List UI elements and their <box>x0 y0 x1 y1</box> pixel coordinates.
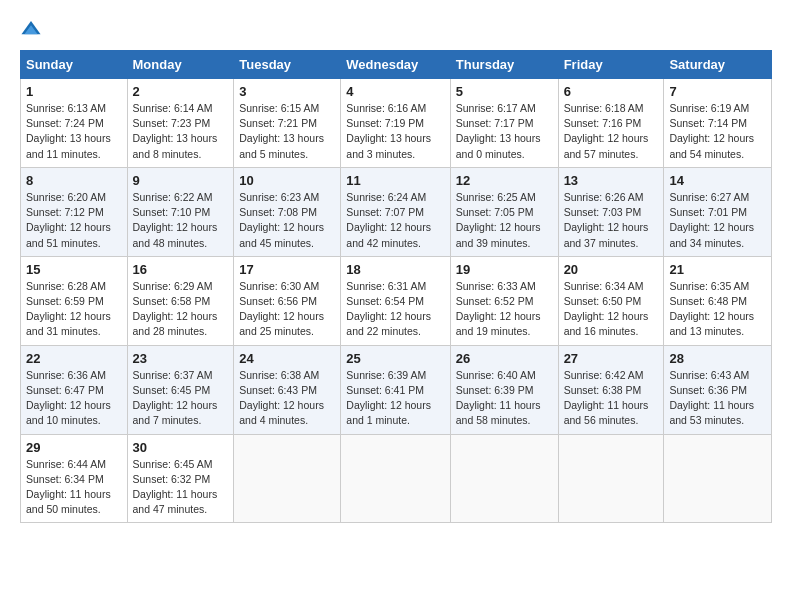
calendar-week-4: 22 Sunrise: 6:36 AMSunset: 6:47 PMDaylig… <box>21 345 772 434</box>
day-detail: Sunrise: 6:23 AMSunset: 7:08 PMDaylight:… <box>239 191 324 249</box>
day-detail: Sunrise: 6:42 AMSunset: 6:38 PMDaylight:… <box>564 369 649 427</box>
calendar-cell: 20 Sunrise: 6:34 AMSunset: 6:50 PMDaylig… <box>558 256 664 345</box>
day-number: 19 <box>456 262 553 277</box>
logo-icon <box>20 18 42 40</box>
dow-header-saturday: Saturday <box>664 51 772 79</box>
day-number: 20 <box>564 262 659 277</box>
calendar-cell: 16 Sunrise: 6:29 AMSunset: 6:58 PMDaylig… <box>127 256 234 345</box>
calendar-cell: 6 Sunrise: 6:18 AMSunset: 7:16 PMDayligh… <box>558 79 664 168</box>
day-detail: Sunrise: 6:36 AMSunset: 6:47 PMDaylight:… <box>26 369 111 427</box>
calendar-table: SundayMondayTuesdayWednesdayThursdayFrid… <box>20 50 772 523</box>
day-number: 22 <box>26 351 122 366</box>
day-detail: Sunrise: 6:22 AMSunset: 7:10 PMDaylight:… <box>133 191 218 249</box>
day-detail: Sunrise: 6:14 AMSunset: 7:23 PMDaylight:… <box>133 102 218 160</box>
calendar-cell: 17 Sunrise: 6:30 AMSunset: 6:56 PMDaylig… <box>234 256 341 345</box>
calendar-week-5: 29 Sunrise: 6:44 AMSunset: 6:34 PMDaylig… <box>21 434 772 523</box>
day-number: 8 <box>26 173 122 188</box>
calendar-cell: 12 Sunrise: 6:25 AMSunset: 7:05 PMDaylig… <box>450 167 558 256</box>
day-detail: Sunrise: 6:13 AMSunset: 7:24 PMDaylight:… <box>26 102 111 160</box>
day-detail: Sunrise: 6:37 AMSunset: 6:45 PMDaylight:… <box>133 369 218 427</box>
day-detail: Sunrise: 6:30 AMSunset: 6:56 PMDaylight:… <box>239 280 324 338</box>
day-number: 2 <box>133 84 229 99</box>
calendar-cell: 22 Sunrise: 6:36 AMSunset: 6:47 PMDaylig… <box>21 345 128 434</box>
day-detail: Sunrise: 6:35 AMSunset: 6:48 PMDaylight:… <box>669 280 754 338</box>
dow-header-thursday: Thursday <box>450 51 558 79</box>
day-number: 24 <box>239 351 335 366</box>
calendar-cell: 26 Sunrise: 6:40 AMSunset: 6:39 PMDaylig… <box>450 345 558 434</box>
day-number: 13 <box>564 173 659 188</box>
dow-header-friday: Friday <box>558 51 664 79</box>
day-number: 15 <box>26 262 122 277</box>
calendar-cell: 9 Sunrise: 6:22 AMSunset: 7:10 PMDayligh… <box>127 167 234 256</box>
calendar-cell: 2 Sunrise: 6:14 AMSunset: 7:23 PMDayligh… <box>127 79 234 168</box>
dow-header-tuesday: Tuesday <box>234 51 341 79</box>
day-number: 29 <box>26 440 122 455</box>
day-number: 27 <box>564 351 659 366</box>
day-detail: Sunrise: 6:45 AMSunset: 6:32 PMDaylight:… <box>133 458 218 516</box>
day-detail: Sunrise: 6:44 AMSunset: 6:34 PMDaylight:… <box>26 458 111 516</box>
day-detail: Sunrise: 6:38 AMSunset: 6:43 PMDaylight:… <box>239 369 324 427</box>
calendar-cell <box>664 434 772 523</box>
calendar-cell <box>234 434 341 523</box>
day-number: 1 <box>26 84 122 99</box>
day-detail: Sunrise: 6:27 AMSunset: 7:01 PMDaylight:… <box>669 191 754 249</box>
calendar-cell: 27 Sunrise: 6:42 AMSunset: 6:38 PMDaylig… <box>558 345 664 434</box>
day-detail: Sunrise: 6:20 AMSunset: 7:12 PMDaylight:… <box>26 191 111 249</box>
calendar-cell: 5 Sunrise: 6:17 AMSunset: 7:17 PMDayligh… <box>450 79 558 168</box>
day-number: 6 <box>564 84 659 99</box>
dow-header-wednesday: Wednesday <box>341 51 450 79</box>
day-detail: Sunrise: 6:43 AMSunset: 6:36 PMDaylight:… <box>669 369 754 427</box>
dow-header-monday: Monday <box>127 51 234 79</box>
day-detail: Sunrise: 6:17 AMSunset: 7:17 PMDaylight:… <box>456 102 541 160</box>
day-detail: Sunrise: 6:18 AMSunset: 7:16 PMDaylight:… <box>564 102 649 160</box>
day-number: 3 <box>239 84 335 99</box>
day-number: 4 <box>346 84 444 99</box>
day-detail: Sunrise: 6:34 AMSunset: 6:50 PMDaylight:… <box>564 280 649 338</box>
day-detail: Sunrise: 6:19 AMSunset: 7:14 PMDaylight:… <box>669 102 754 160</box>
day-detail: Sunrise: 6:29 AMSunset: 6:58 PMDaylight:… <box>133 280 218 338</box>
day-number: 26 <box>456 351 553 366</box>
day-number: 23 <box>133 351 229 366</box>
day-number: 5 <box>456 84 553 99</box>
calendar-cell: 13 Sunrise: 6:26 AMSunset: 7:03 PMDaylig… <box>558 167 664 256</box>
day-number: 7 <box>669 84 766 99</box>
calendar-cell <box>558 434 664 523</box>
calendar-cell: 11 Sunrise: 6:24 AMSunset: 7:07 PMDaylig… <box>341 167 450 256</box>
day-number: 11 <box>346 173 444 188</box>
calendar-cell: 23 Sunrise: 6:37 AMSunset: 6:45 PMDaylig… <box>127 345 234 434</box>
calendar-week-3: 15 Sunrise: 6:28 AMSunset: 6:59 PMDaylig… <box>21 256 772 345</box>
day-detail: Sunrise: 6:26 AMSunset: 7:03 PMDaylight:… <box>564 191 649 249</box>
header <box>20 18 772 40</box>
day-number: 25 <box>346 351 444 366</box>
calendar-cell <box>450 434 558 523</box>
logo <box>20 18 46 40</box>
day-number: 30 <box>133 440 229 455</box>
day-detail: Sunrise: 6:40 AMSunset: 6:39 PMDaylight:… <box>456 369 541 427</box>
day-number: 18 <box>346 262 444 277</box>
calendar-week-2: 8 Sunrise: 6:20 AMSunset: 7:12 PMDayligh… <box>21 167 772 256</box>
day-detail: Sunrise: 6:15 AMSunset: 7:21 PMDaylight:… <box>239 102 324 160</box>
calendar-cell: 24 Sunrise: 6:38 AMSunset: 6:43 PMDaylig… <box>234 345 341 434</box>
calendar-cell: 1 Sunrise: 6:13 AMSunset: 7:24 PMDayligh… <box>21 79 128 168</box>
day-detail: Sunrise: 6:28 AMSunset: 6:59 PMDaylight:… <box>26 280 111 338</box>
calendar-cell: 3 Sunrise: 6:15 AMSunset: 7:21 PMDayligh… <box>234 79 341 168</box>
calendar-cell: 19 Sunrise: 6:33 AMSunset: 6:52 PMDaylig… <box>450 256 558 345</box>
calendar-cell: 18 Sunrise: 6:31 AMSunset: 6:54 PMDaylig… <box>341 256 450 345</box>
calendar-cell: 30 Sunrise: 6:45 AMSunset: 6:32 PMDaylig… <box>127 434 234 523</box>
day-detail: Sunrise: 6:33 AMSunset: 6:52 PMDaylight:… <box>456 280 541 338</box>
day-detail: Sunrise: 6:25 AMSunset: 7:05 PMDaylight:… <box>456 191 541 249</box>
day-number: 14 <box>669 173 766 188</box>
calendar-cell: 21 Sunrise: 6:35 AMSunset: 6:48 PMDaylig… <box>664 256 772 345</box>
day-detail: Sunrise: 6:16 AMSunset: 7:19 PMDaylight:… <box>346 102 431 160</box>
calendar-cell: 29 Sunrise: 6:44 AMSunset: 6:34 PMDaylig… <box>21 434 128 523</box>
day-number: 12 <box>456 173 553 188</box>
day-number: 16 <box>133 262 229 277</box>
calendar-cell: 28 Sunrise: 6:43 AMSunset: 6:36 PMDaylig… <box>664 345 772 434</box>
day-number: 17 <box>239 262 335 277</box>
day-number: 9 <box>133 173 229 188</box>
calendar-cell: 14 Sunrise: 6:27 AMSunset: 7:01 PMDaylig… <box>664 167 772 256</box>
calendar-cell: 4 Sunrise: 6:16 AMSunset: 7:19 PMDayligh… <box>341 79 450 168</box>
day-number: 21 <box>669 262 766 277</box>
day-detail: Sunrise: 6:31 AMSunset: 6:54 PMDaylight:… <box>346 280 431 338</box>
calendar-cell: 8 Sunrise: 6:20 AMSunset: 7:12 PMDayligh… <box>21 167 128 256</box>
